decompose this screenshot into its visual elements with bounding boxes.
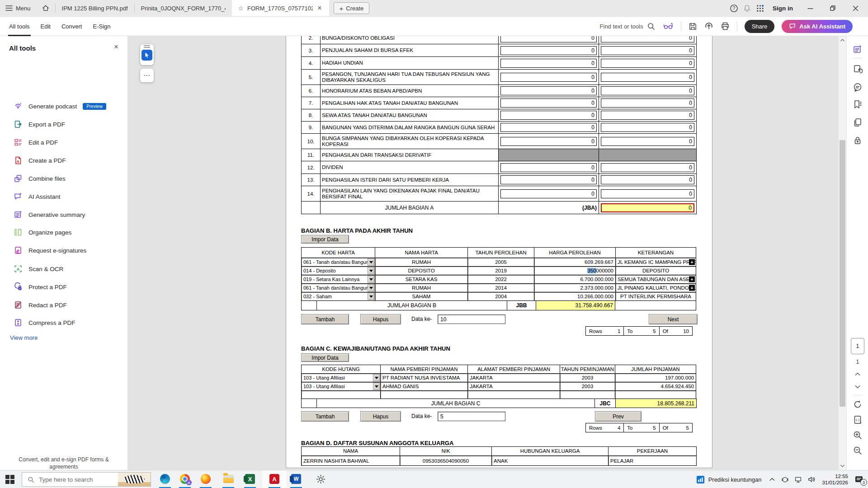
harga-field[interactable]: 609.269.667 xyxy=(534,258,616,267)
tool-compress-pdf[interactable]: Compress a PDF xyxy=(0,314,128,332)
amount-field[interactable]: 0 xyxy=(500,111,597,120)
ai-glasses-icon[interactable] xyxy=(663,22,674,31)
tahun-field[interactable]: 2003 xyxy=(560,382,615,391)
amount-field[interactable]: 0 xyxy=(601,111,694,120)
kode-harta-select[interactable]: 032 - Saham xyxy=(301,292,375,301)
taskbar-search-input[interactable]: Type here to search xyxy=(22,472,151,487)
amount-field[interactable]: 0 xyxy=(601,46,694,55)
keterangan-field[interactable]: JL PINANG KALUATI, PONDOK L+ xyxy=(615,283,696,292)
keterangan-field[interactable]: SEMUA TABUNGAN DAN ASET+ xyxy=(615,275,696,284)
generative-summary-icon[interactable] xyxy=(853,44,863,54)
bookmarks-icon[interactable] xyxy=(853,99,863,109)
nama-harta-field[interactable]: SAHAM xyxy=(375,292,468,301)
total-a-field[interactable]: 0 xyxy=(601,203,694,212)
tab-convert[interactable]: Convert xyxy=(56,17,88,36)
tool-create-pdf[interactable]: A Create a PDF xyxy=(0,151,128,169)
tambah-b-button[interactable]: Tambah xyxy=(301,314,349,324)
data-ke-b-input[interactable]: 10 xyxy=(438,314,505,324)
tab-document-1[interactable]: IPM 1225 Billing PPN.pdf xyxy=(56,0,134,16)
amount-field[interactable]: 0 xyxy=(601,123,694,132)
find-field[interactable]: Find text or tools xyxy=(600,22,656,31)
jumlah-field[interactable]: 197.000.000 xyxy=(615,373,696,382)
dropdown-arrow-icon[interactable] xyxy=(373,374,380,381)
import-data-b-button[interactable]: Impor Data xyxy=(301,235,349,244)
amount-field[interactable]: 0 xyxy=(601,73,694,82)
kode-hutang-select[interactable]: 103 - Utang Afiliasi xyxy=(301,373,381,382)
chevron-down-icon[interactable] xyxy=(855,385,860,389)
dropdown-arrow-icon[interactable] xyxy=(368,267,374,274)
tab-close-icon[interactable]: × xyxy=(316,4,322,12)
amount-field[interactable]: 0 xyxy=(601,59,694,68)
amount-field[interactable]: 0 xyxy=(500,46,597,55)
ask-ai-assistant-button[interactable]: Ask AI Assistant xyxy=(782,20,853,33)
tool-request-esignatures[interactable]: Request e-signatures xyxy=(0,241,128,259)
alamat-field[interactable]: JAKARTA xyxy=(467,382,560,391)
expand-plus-icon[interactable]: + xyxy=(689,259,695,265)
total-c-field[interactable]: 18.805.268.211 xyxy=(615,399,697,408)
amount-field[interactable]: 0 xyxy=(601,99,694,108)
scroll-up-icon[interactable] xyxy=(840,39,844,42)
panel-close-icon[interactable]: × xyxy=(114,42,118,52)
dropdown-arrow-icon[interactable] xyxy=(368,284,374,291)
nik-field[interactable]: 0953036504090050 xyxy=(400,455,492,466)
help-icon[interactable]: ? xyxy=(730,4,738,13)
tool-export-pdf[interactable]: Export a PDF xyxy=(0,115,128,133)
comments-icon[interactable] xyxy=(853,82,863,92)
pekerjaan-field[interactable]: PELAJAR xyxy=(608,455,697,466)
tool-combine-files[interactable]: Combine files xyxy=(0,169,128,188)
empty-field[interactable] xyxy=(615,390,696,399)
create-tab-button[interactable]: + Create xyxy=(334,2,370,14)
tool-ai-assistant[interactable]: AI Assistant xyxy=(0,188,128,206)
dropdown-arrow-icon[interactable] xyxy=(368,276,374,283)
taskbar-acrobat-icon[interactable]: A xyxy=(269,473,280,485)
tambah-c-button[interactable]: Tambah xyxy=(301,411,349,422)
search-icon[interactable] xyxy=(647,22,656,31)
print-icon[interactable] xyxy=(721,22,730,31)
network-icon[interactable] xyxy=(794,476,802,483)
empty-field[interactable] xyxy=(467,390,560,399)
actual-size-icon[interactable]: 1:1 xyxy=(853,415,863,425)
keterangan-field[interactable]: JL KEMANG IC MAMPANG PRAP+ xyxy=(615,258,696,267)
taskbar-edge-icon[interactable] xyxy=(159,473,171,485)
tool-scan-ocr[interactable]: A Scan & OCR xyxy=(0,260,128,278)
save-icon[interactable] xyxy=(689,22,697,31)
hapus-b-button[interactable]: Hapus xyxy=(360,314,401,324)
tahun-field[interactable]: 2004 xyxy=(467,292,534,301)
harga-field[interactable]: 6.700.000.000 xyxy=(534,275,616,284)
amount-field[interactable]: 0 xyxy=(601,189,694,198)
tool-organize-pages[interactable]: Organize pages xyxy=(0,223,128,241)
nama-pemberi-field[interactable]: PT RADIANT NUSA INVESTAMA xyxy=(380,373,468,382)
prev-button[interactable]: Prev xyxy=(595,411,642,422)
refresh-icon[interactable] xyxy=(853,399,863,409)
taskbar-chrome-icon[interactable]: A xyxy=(179,473,191,485)
amount-field[interactable]: 0 xyxy=(500,99,597,108)
nama-pemberi-field[interactable]: AHMAD GANIS xyxy=(380,382,468,391)
expand-plus-icon[interactable]: + xyxy=(689,285,695,291)
windows-start-button[interactable] xyxy=(5,474,15,485)
taskbar-firefox-icon[interactable] xyxy=(200,473,212,485)
upload-cloud-icon[interactable] xyxy=(704,22,713,31)
tahun-field[interactable]: 2003 xyxy=(560,373,615,382)
nama-field[interactable]: ZERRIN NASHITA BAHWAL xyxy=(301,455,400,466)
dropdown-arrow-icon[interactable] xyxy=(368,293,374,300)
chevron-up-icon[interactable] xyxy=(855,372,860,376)
home-button[interactable] xyxy=(36,0,55,16)
notifications-button[interactable]: 3 xyxy=(854,475,863,484)
lock-icon[interactable] xyxy=(853,136,863,145)
tab-document-3-active[interactable]: ☆ FORM_1770S_07577102... × xyxy=(232,0,329,16)
amount-field[interactable]: 0 xyxy=(601,175,694,184)
tahun-field[interactable]: 2022 xyxy=(467,275,534,284)
kode-harta-select[interactable]: 061 - Tanah dan/atau Banguna xyxy=(301,283,375,292)
meet-now-icon[interactable] xyxy=(781,476,789,483)
share-button[interactable]: Share xyxy=(745,20,775,33)
apps-grid-icon[interactable] xyxy=(756,4,764,13)
nama-harta-field[interactable]: SETARA KAS xyxy=(375,275,468,284)
view-more-link[interactable]: View more xyxy=(10,334,38,341)
kode-hutang-select[interactable]: 103 - Utang Afiliasi xyxy=(301,382,381,391)
nama-harta-field[interactable]: DEPOSITO xyxy=(375,266,468,275)
amount-field[interactable]: 0 xyxy=(500,189,597,198)
vertical-scrollbar[interactable] xyxy=(839,36,846,470)
dropdown-arrow-icon[interactable] xyxy=(373,383,380,390)
import-data-c-button[interactable]: Impor Data xyxy=(301,353,349,362)
kode-harta-select[interactable]: 019 - Setara Kas Lainnya xyxy=(301,275,375,284)
